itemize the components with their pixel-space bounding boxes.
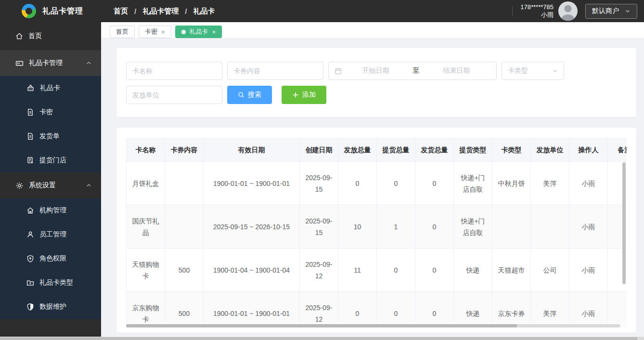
tab-home[interactable]: 首页 (110, 26, 135, 38)
card-icon (15, 59, 24, 67)
card-content-input[interactable] (227, 62, 323, 80)
cell-card-content: 500 (165, 248, 204, 292)
cell-pick-type: 快递+门店自取 (454, 205, 492, 248)
page-hscrollbar-thumb[interactable] (0, 337, 637, 340)
cell-pick-type: 快递 (454, 292, 492, 324)
table-card: 卡名称 卡券内容 有效日期 创建日期 发放总量 提货总量 发货总量 提货类型 卡… (116, 128, 636, 333)
cell-picked-total: 1 (377, 205, 415, 248)
tab-label: 礼品卡 (190, 27, 208, 36)
tab-giftcard[interactable]: 礼品卡 × (175, 26, 222, 38)
issuer-input[interactable] (126, 86, 222, 104)
cell-shipped-total: 0 (415, 292, 454, 324)
breadcrumb-separator: / (134, 7, 136, 15)
search-button[interactable]: 搜索 (227, 86, 272, 104)
tab-cardkey[interactable]: 卡密 × (139, 26, 171, 38)
sign-icon (26, 84, 35, 92)
table-row: 天猫购物卡 500 1900-01-04 ~ 1900-01-04 2025-0… (127, 248, 627, 292)
sidebar-item-label: 礼品卡 (40, 84, 60, 92)
cell-issued-total: 10 (338, 205, 377, 248)
col-shipped-total: 发货总量 (415, 139, 454, 162)
content: 开始日期 至 结束日期 卡类型 搜索 添加 (101, 39, 644, 333)
card-name-input[interactable] (126, 62, 222, 80)
sidebar: 首页 礼品卡管理 礼品卡 卡密 发货单 提货门店 系统设置 机构管理 员工管理 … (0, 22, 101, 340)
tab-label: 首页 (116, 27, 129, 36)
sidebar-item-cardtype[interactable]: 礼品卡类型 (0, 271, 101, 295)
date-range-picker[interactable]: 开始日期 至 结束日期 (328, 62, 497, 80)
tab-close-icon[interactable]: × (212, 29, 216, 35)
cell-valid-date-link[interactable]: 1900-01-01 ~ 1900-01-01 (204, 162, 300, 205)
sidebar-item-home[interactable]: 首页 (0, 22, 101, 50)
search-form-row-2: 搜索 添加 (126, 86, 627, 104)
table-row: 京东购物卡 500 1900-01-01 ~ 1900-01-01 2025-0… (127, 292, 627, 324)
user-name: 小雨 (520, 11, 554, 19)
start-date-field[interactable]: 开始日期 (342, 66, 410, 75)
cell-pick-type: 快递 (454, 248, 492, 292)
add-button[interactable]: 添加 (282, 86, 326, 104)
breadcrumb-home-link[interactable]: 首页 (114, 7, 128, 16)
cell-picked-total: 0 (377, 162, 415, 205)
sidebar-item-staff[interactable]: 员工管理 (0, 222, 101, 247)
sidebar-item-cardkey[interactable]: 卡密 (0, 100, 101, 124)
cell-created-date: 2025-09-12 (300, 292, 338, 324)
sidebar-item-label: 提货门店 (39, 156, 66, 165)
cell-shipped-total: 0 (415, 162, 454, 205)
tab-label: 卡密 (145, 27, 157, 36)
sidebar-item-org[interactable]: 机构管理 (0, 198, 101, 222)
sidebar-item-giftcard[interactable]: 礼品卡 (0, 76, 101, 100)
cell-card-name-link[interactable]: 天猫购物卡 (127, 248, 165, 292)
search-form-row-1: 开始日期 至 结束日期 卡类型 (126, 62, 627, 80)
sidebar-group-settings[interactable]: 系统设置 (0, 172, 101, 198)
cell-issued-total: 11 (338, 248, 377, 292)
table-row: 国庆节礼品 2025-09-15 ~ 2026-10-15 2025-09-15… (127, 205, 627, 248)
col-pick-type: 提货类型 (454, 139, 492, 162)
cell-issuer (531, 205, 569, 248)
cell-card-type: 京东卡券 (492, 292, 531, 324)
tabbar: 首页 卡密 × 礼品卡 × (101, 22, 644, 39)
table-scrollbar-corner (620, 324, 627, 327)
merchant-switch-button[interactable]: 默认商户 (585, 4, 637, 19)
col-remark: 备注 (608, 139, 627, 162)
search-button-label: 搜索 (248, 91, 261, 99)
breadcrumb-module-link[interactable]: 礼品卡管理 (142, 7, 179, 16)
table-hscrollbar (126, 324, 627, 327)
sidebar-item-roles[interactable]: 角色权限 (0, 247, 101, 271)
merchant-label: 默认商户 (592, 7, 619, 15)
topbar-divider (512, 6, 513, 16)
folder-icon (26, 279, 34, 287)
breadcrumb-separator: / (185, 7, 187, 15)
sidebar-item-shipment[interactable]: 发货单 (0, 124, 101, 148)
sidebar-item-label: 礼品卡类型 (39, 278, 73, 287)
app-logo-icon (22, 4, 36, 18)
sidebar-group-giftcard[interactable]: 礼品卡管理 (0, 50, 101, 76)
cell-picked-total: 0 (377, 292, 415, 324)
sidebar-item-data[interactable]: 数据维护 (0, 295, 101, 319)
cell-valid-date-link[interactable]: 2025-09-15 ~ 2026-10-15 (204, 205, 300, 248)
col-issued-total: 发放总量 (338, 139, 377, 162)
cell-issued-total: 0 (338, 162, 377, 205)
card-type-select[interactable]: 卡类型 (502, 62, 564, 80)
table-vscrollbar-thumb[interactable] (622, 162, 626, 284)
store-icon (26, 157, 34, 164)
search-icon (238, 92, 245, 98)
cell-valid-date-link[interactable]: 1900-01-04 ~ 1900-01-04 (204, 248, 300, 292)
cell-card-name-link[interactable]: 月饼礼盒 (127, 162, 165, 205)
cell-issuer: 美萍 (531, 292, 569, 324)
end-date-field[interactable]: 结束日期 (423, 66, 491, 75)
cell-operator: 小雨 (569, 292, 608, 324)
shield-check-icon (26, 255, 34, 262)
sidebar-item-pickup-store[interactable]: 提货门店 (0, 148, 101, 172)
cell-created-date: 2025-09-15 (300, 162, 338, 205)
gear-icon (15, 182, 24, 190)
tab-close-icon[interactable]: × (161, 29, 165, 35)
sidebar-item-label: 系统设置 (29, 181, 56, 190)
cell-card-name-link[interactable]: 京东购物卡 (127, 292, 165, 324)
col-card-type: 卡类型 (492, 139, 531, 162)
app-title: 礼品卡管理 (42, 6, 83, 16)
table-hscrollbar-thumb[interactable] (126, 324, 517, 327)
cell-card-name-link[interactable]: 国庆节礼品 (127, 205, 165, 248)
search-card: 开始日期 至 结束日期 卡类型 搜索 添加 (116, 48, 636, 117)
col-operator: 操作人 (569, 139, 608, 162)
cell-valid-date-link[interactable]: 1900-01-01 ~ 1900-01-01 (204, 292, 300, 324)
avatar[interactable] (558, 1, 578, 21)
person-icon (558, 1, 578, 21)
